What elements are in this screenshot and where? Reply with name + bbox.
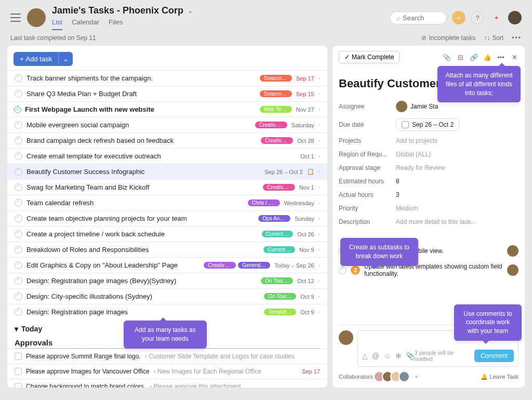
task-row[interactable]: Create email template for executive outr…: [7, 148, 327, 164]
task-row[interactable]: Edit Graphics & Copy on "About Leadershi…: [7, 257, 327, 273]
workspace-avatar[interactable]: [27, 8, 46, 27]
task-check-icon[interactable]: [15, 230, 22, 238]
collaborator-avatars[interactable]: +: [377, 371, 421, 382]
projects-value[interactable]: Add to projects: [396, 137, 437, 144]
task-check-icon[interactable]: [15, 121, 22, 129]
tag[interactable]: Creative ...: [263, 184, 295, 191]
filter-incomplete[interactable]: ⊘Incomplete tasks: [421, 34, 475, 42]
link-icon[interactable]: 🔗: [470, 54, 478, 61]
tab-files[interactable]: Files: [109, 18, 123, 30]
task-row[interactable]: Create a project timeline / work back sc…: [7, 226, 327, 242]
approval-icon[interactable]: [15, 353, 22, 360]
attachment-icon[interactable]: 📎: [443, 54, 451, 61]
tag[interactable]: Web Tec...: [260, 106, 292, 113]
tag[interactable]: Seasonal...: [260, 90, 292, 97]
approval-row[interactable]: Please approve Images for Vancouver Offi…: [7, 364, 327, 379]
task-row[interactable]: Design: City-specific illustrations (Syd…: [7, 288, 327, 304]
subtask-check-icon[interactable]: [339, 266, 347, 274]
task-check-icon[interactable]: [15, 308, 22, 316]
comment-button[interactable]: Comment: [474, 350, 514, 362]
tag[interactable]: Creative ...: [255, 122, 287, 128]
avatar[interactable]: [507, 264, 518, 276]
help-icon[interactable]: ?: [471, 11, 484, 24]
tag[interactable]: Creative ...: [261, 137, 293, 144]
tag[interactable]: General ...: [238, 262, 270, 269]
task-row[interactable]: First Webpage Launch with new websiteWeb…: [7, 101, 327, 117]
tag[interactable]: On Tour: ...: [264, 293, 296, 300]
emoji-icon[interactable]: ☺: [383, 352, 391, 360]
task-row[interactable]: Team calendar refreshChris / Ja...Wednes…: [7, 195, 327, 210]
task-check-icon[interactable]: [15, 246, 22, 254]
tag[interactable]: On Tour: ...: [261, 277, 293, 284]
approval-icon[interactable]: [15, 383, 22, 388]
task-check-icon[interactable]: [14, 105, 22, 114]
task-check-icon[interactable]: [15, 183, 22, 191]
task-check-icon[interactable]: [15, 137, 22, 144]
attach-icon[interactable]: 📎: [406, 352, 415, 360]
task-row[interactable]: Breakdown of Roles and ResponsibilitiesC…: [7, 242, 327, 257]
approval-row[interactable]: Change background to match brand colors.…: [7, 379, 327, 388]
task-row[interactable]: Track banner shipments for the campaign.…: [7, 70, 327, 86]
upgrade-icon[interactable]: ✦: [489, 11, 503, 24]
add-task-dropdown[interactable]: ⌄: [58, 52, 73, 66]
add-icon[interactable]: +: [452, 11, 466, 24]
at-icon[interactable]: △: [362, 352, 368, 360]
task-check-icon[interactable]: [15, 90, 22, 98]
chevron-down-icon[interactable]: ⌄: [188, 7, 193, 15]
approval-row[interactable]: Please approve Summit Range final logo.‹…: [7, 349, 327, 364]
task-row[interactable]: Share Q3 Media Plan + Budget DraftSeason…: [7, 86, 327, 101]
approval-icon[interactable]: [15, 368, 22, 375]
subtask-icon[interactable]: ⊟: [456, 54, 464, 61]
task-check-icon[interactable]: [15, 277, 22, 285]
task-row[interactable]: Beautify Customer Success InfographicSep…: [7, 164, 327, 179]
task-check-icon[interactable]: [15, 261, 22, 269]
project-title[interactable]: Jamie's Tasks - Phoenix Corp: [52, 5, 183, 16]
search-input[interactable]: [403, 14, 439, 22]
search-box[interactable]: ⌕: [390, 11, 447, 24]
tag[interactable]: Seasonal...: [260, 75, 292, 82]
avatar[interactable]: [398, 371, 410, 382]
add-task-button[interactable]: +Add task: [14, 52, 58, 66]
task-row[interactable]: Mobile evergreen social campaignCreative…: [7, 117, 327, 132]
menu-toggle-icon[interactable]: [10, 14, 21, 22]
close-icon[interactable]: ✕: [510, 54, 518, 61]
tag[interactable]: Current ...: [263, 246, 295, 253]
task-row[interactable]: Design: Registration page imagesTemplate…: [7, 304, 327, 319]
task-row[interactable]: Design: Registration page images (Bevy)(…: [7, 273, 327, 288]
tab-list[interactable]: List: [52, 18, 62, 30]
priority-value[interactable]: Medium: [396, 205, 418, 212]
approval-value[interactable]: Ready for Review: [396, 164, 445, 171]
due-date-value[interactable]: Sep 26 – Oct 2: [396, 118, 459, 131]
add-collaborator-icon[interactable]: +: [411, 371, 421, 382]
task-check-icon[interactable]: [15, 152, 22, 160]
task-row[interactable]: Create team objective planning projects …: [7, 210, 327, 226]
assignee-value[interactable]: Jamie Sta: [396, 101, 438, 112]
leave-task-button[interactable]: 🔔Leave Task: [481, 374, 518, 380]
like-icon[interactable]: 👍: [483, 54, 491, 61]
tag[interactable]: Ops Ann...: [258, 215, 290, 222]
mention-icon[interactable]: @: [372, 352, 379, 360]
task-check-icon[interactable]: [15, 292, 22, 300]
description-value[interactable]: Add more detail to this task...: [396, 218, 476, 225]
copy-icon[interactable]: 📋: [307, 168, 314, 175]
tab-calendar[interactable]: Calendar: [72, 18, 99, 30]
star-icon[interactable]: ✻: [395, 352, 402, 360]
region-value[interactable]: Global (ALL): [396, 151, 431, 158]
estimated-value[interactable]: 8: [396, 178, 400, 185]
task-check-icon[interactable]: [15, 215, 22, 222]
task-check-icon[interactable]: [15, 74, 22, 82]
tag[interactable]: Template...: [264, 309, 296, 315]
task-check-icon[interactable]: [15, 168, 22, 176]
more-options-icon[interactable]: •••: [512, 34, 522, 42]
tag[interactable]: Current ...: [262, 231, 293, 237]
actual-value[interactable]: 3: [396, 191, 400, 198]
user-avatar[interactable]: [508, 11, 522, 24]
task-row[interactable]: Brand campaign deck refresh based on fee…: [7, 132, 327, 148]
tag[interactable]: Chris / Ja...: [248, 199, 280, 206]
sort-button[interactable]: ↑↓Sort: [484, 34, 503, 42]
mark-complete-button[interactable]: ✓Mark Complete: [339, 51, 400, 63]
tag[interactable]: Creative ...: [204, 262, 236, 269]
task-check-icon[interactable]: [15, 199, 22, 207]
task-row[interactable]: Swag for Marketing Team and Biz KickoffC…: [7, 179, 327, 195]
avatar[interactable]: [507, 245, 518, 257]
